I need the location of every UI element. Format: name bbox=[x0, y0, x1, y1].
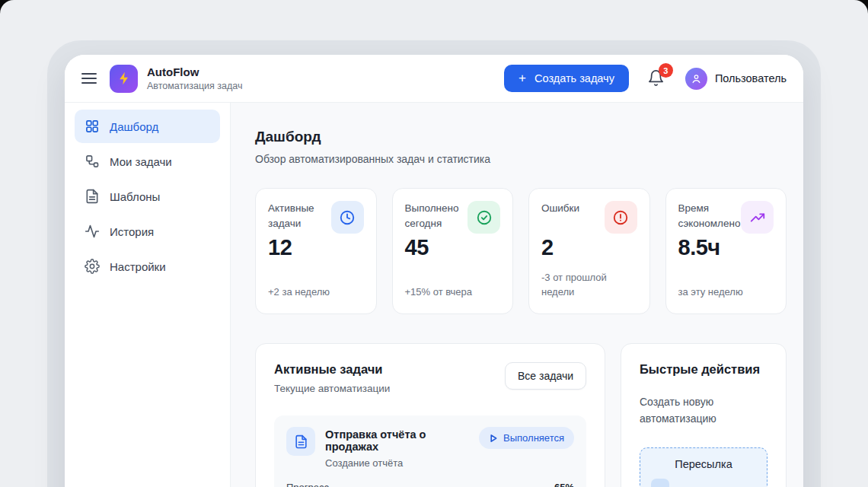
hamburger-menu-icon[interactable] bbox=[81, 73, 97, 84]
quick-action-label: Пересылка bbox=[675, 458, 732, 470]
quick-actions-panel: Быстрые действия Создать новую автоматиз… bbox=[621, 343, 787, 487]
sidebar-item-label: Шаблоны bbox=[110, 190, 160, 203]
sidebar-item-label: История bbox=[110, 225, 154, 238]
sidebar-item-label: Дашборд bbox=[110, 120, 158, 133]
task-title: Отправка отчёта о продажах bbox=[325, 427, 469, 453]
stat-value: 12 bbox=[268, 235, 364, 260]
task-progress-row: Прогресс 65% bbox=[286, 482, 574, 487]
all-tasks-button[interactable]: Все задачи bbox=[505, 362, 586, 390]
app-header: AutoFlow Автоматизация задач + Создать з… bbox=[65, 55, 803, 103]
trending-up-icon bbox=[749, 209, 766, 226]
workflow-icon bbox=[85, 154, 100, 169]
alert-circle-icon bbox=[612, 209, 629, 226]
stat-footnote: -3 от прошлой недели bbox=[541, 271, 637, 301]
sidebar-item-history[interactable]: История bbox=[75, 215, 220, 248]
quick-actions-title: Быстрые действия bbox=[640, 362, 767, 377]
sidebar-item-templates[interactable]: Шаблоны bbox=[75, 180, 220, 213]
sidebar-item-label: Мои задачи bbox=[110, 155, 172, 168]
task-status-label: Выполняется bbox=[503, 432, 564, 444]
active-tasks-heading: Активные задачи Текущие автоматизации bbox=[274, 362, 390, 394]
sidebar-item-settings[interactable]: Настройки bbox=[75, 250, 220, 283]
task-subtitle: Создание отчёта bbox=[325, 457, 469, 469]
stat-icon-box bbox=[605, 201, 637, 234]
stat-label: Выполнено сегодня bbox=[405, 201, 468, 231]
stat-card-errors: Ошибки 2 -3 от прошлой недели bbox=[528, 188, 650, 314]
stat-value: 8.5ч bbox=[678, 235, 774, 260]
panel-subtitle: Текущие автоматизации bbox=[274, 383, 390, 394]
sidebar-item-dashboard[interactable]: Дашборд bbox=[75, 110, 220, 143]
sidebar-item-label: Настройки bbox=[110, 260, 166, 273]
sidebar-item-my-tasks[interactable]: Мои задачи bbox=[75, 145, 220, 178]
task-status-badge[interactable]: Выполняется bbox=[479, 427, 574, 449]
brand-block: AutoFlow Автоматизация задач bbox=[147, 65, 242, 91]
stat-icon-box bbox=[331, 201, 364, 234]
lightning-bolt-icon bbox=[116, 71, 132, 86]
gear-icon bbox=[85, 259, 100, 274]
quick-actions-description: Создать новую автоматизацию bbox=[640, 394, 754, 427]
grid-icon bbox=[85, 119, 100, 134]
create-task-button[interactable]: + Создать задачу bbox=[504, 65, 629, 92]
app-body: Дашборд Мои задачи bbox=[65, 103, 803, 487]
stat-icon-box bbox=[468, 201, 500, 234]
app-name: AutoFlow bbox=[147, 65, 242, 78]
stat-value: 45 bbox=[405, 235, 501, 260]
screen: AutoFlow Автоматизация задач + Создать з… bbox=[0, 0, 868, 487]
document-icon bbox=[85, 189, 100, 204]
clock-icon bbox=[339, 209, 356, 226]
task-text-block: Отправка отчёта о продажах Создание отчё… bbox=[325, 427, 469, 469]
notifications-button[interactable]: 3 bbox=[647, 69, 665, 88]
stat-footnote: +2 за неделю bbox=[268, 285, 364, 301]
stat-card-time-saved: Время сэкономлено 8.5ч за эту неделю bbox=[665, 188, 787, 314]
play-icon bbox=[489, 434, 498, 443]
avatar[interactable] bbox=[685, 68, 707, 90]
notifications-count-badge: 3 bbox=[659, 63, 673, 78]
stat-footnote: +15% от вчера bbox=[405, 285, 501, 301]
stat-card-active-tasks: Активные задачи 12 +2 за неделю bbox=[255, 188, 377, 314]
active-tasks-panel: Активные задачи Текущие автоматизации Вс… bbox=[255, 343, 605, 487]
quick-action-forwarding-button[interactable]: Пересылка bbox=[640, 447, 767, 487]
stat-label: Ошибки bbox=[541, 201, 579, 216]
document-icon bbox=[294, 434, 308, 449]
sidebar: Дашборд Мои задачи bbox=[65, 103, 231, 487]
quick-action-icon bbox=[651, 479, 669, 487]
create-task-button-label: Создать задачу bbox=[535, 72, 614, 84]
progress-value: 65% bbox=[554, 482, 574, 487]
stat-label: Активные задачи bbox=[268, 201, 331, 231]
user-icon bbox=[691, 73, 702, 84]
main-content: Дашборд Обзор автоматизированных задач и… bbox=[231, 103, 803, 487]
user-name: Пользователь bbox=[715, 72, 787, 84]
stat-label: Время сэкономлено bbox=[678, 201, 742, 231]
task-list-item[interactable]: Отправка отчёта о продажах Создание отчё… bbox=[274, 415, 586, 487]
activity-icon bbox=[85, 224, 100, 239]
app-tagline: Автоматизация задач bbox=[147, 81, 242, 91]
stats-row: Активные задачи 12 +2 за неделю bbox=[255, 188, 787, 314]
progress-label: Прогресс bbox=[286, 482, 329, 487]
stat-icon-box bbox=[741, 201, 774, 234]
app-logo bbox=[110, 65, 138, 93]
app-window: AutoFlow Автоматизация задач + Создать з… bbox=[65, 55, 803, 487]
page-subtitle: Обзор автоматизированных задач и статист… bbox=[255, 153, 787, 165]
stat-value: 2 bbox=[541, 235, 637, 260]
stat-footnote: за эту неделю bbox=[678, 285, 774, 301]
plus-icon: + bbox=[519, 74, 526, 83]
check-circle-icon bbox=[476, 209, 493, 226]
task-icon-box bbox=[286, 427, 315, 456]
page-title: Дашборд bbox=[255, 129, 787, 145]
main-row: Активные задачи Текущие автоматизации Вс… bbox=[255, 343, 787, 487]
panel-title: Активные задачи bbox=[274, 362, 390, 377]
stat-card-completed-today: Выполнено сегодня 45 +15% от вчера bbox=[392, 188, 514, 314]
